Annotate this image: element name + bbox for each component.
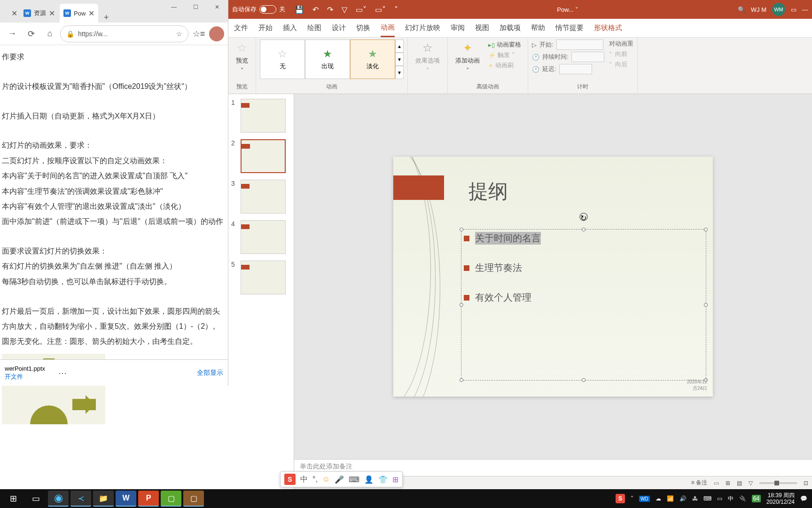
notification-icon[interactable]: 💬: [800, 495, 807, 502]
save-icon[interactable]: 💾: [295, 5, 304, 14]
vscode-app[interactable]: ≺: [70, 491, 91, 507]
animation-pane-button[interactable]: ▸▯动画窗格: [488, 40, 521, 49]
autosave-toggle[interactable]: 自动保存 关: [232, 5, 285, 14]
move-later-button[interactable]: ˅ 向后: [609, 60, 633, 69]
app-green1[interactable]: ▢: [161, 491, 181, 507]
ime-tray-icon[interactable]: ▭: [717, 495, 722, 502]
slide-thumbnail[interactable]: [241, 220, 286, 254]
start-from-beginning-icon[interactable]: ▽: [342, 5, 347, 14]
tab-shape-format[interactable]: 形状格式: [594, 20, 622, 36]
download-item[interactable]: werPoint1.pptx 开文件 ⋯: [5, 365, 67, 381]
tab-draw[interactable]: 绘图: [307, 20, 321, 36]
animation-appear[interactable]: ★ 出现: [305, 40, 350, 79]
notes-button[interactable]: ≡ 备注: [691, 479, 707, 487]
resize-handle[interactable]: [460, 303, 463, 307]
refresh-button[interactable]: ⟳: [23, 25, 39, 42]
tab-home[interactable]: 开始: [258, 20, 273, 36]
show-all-downloads[interactable]: 全部显示: [197, 369, 223, 377]
resize-handle[interactable]: [704, 303, 708, 307]
customize-qat-icon[interactable]: ˅: [394, 5, 398, 14]
minimize-button[interactable]: —: [802, 6, 808, 13]
ime-skin-icon[interactable]: 👕: [378, 475, 388, 484]
slide-title[interactable]: 提纲: [468, 178, 508, 205]
reading-view-icon[interactable]: ▤: [737, 480, 742, 486]
ime-user-icon[interactable]: 👤: [364, 475, 374, 484]
move-earlier-button[interactable]: ˄ 向前: [609, 50, 633, 58]
tab-design[interactable]: 设计: [332, 20, 346, 36]
resize-handle[interactable]: [704, 228, 708, 231]
word-app[interactable]: W: [116, 491, 136, 507]
ime-punct-icon[interactable]: °,: [312, 475, 318, 484]
fit-window-icon[interactable]: ⊡: [804, 480, 808, 486]
zoom-slider[interactable]: [759, 482, 797, 484]
close-icon[interactable]: ✕: [49, 9, 55, 18]
more-icon[interactable]: ⋯: [58, 368, 67, 378]
delay-input[interactable]: [559, 64, 592, 74]
qat-icon[interactable]: ▭˅: [375, 5, 386, 14]
ime-keyboard-icon[interactable]: ⌨: [349, 475, 359, 484]
animation-painter-button[interactable]: ✦动画刷: [488, 61, 521, 70]
powerpoint-app[interactable]: P: [138, 491, 159, 507]
qat-icon[interactable]: ▭˅: [356, 5, 367, 14]
scroll-down-button[interactable]: ▼: [395, 53, 404, 66]
dropdown-icon[interactable]: ˅: [575, 6, 578, 13]
ime-emoji-icon[interactable]: ☺: [322, 475, 330, 484]
open-file-link[interactable]: 开文件: [5, 373, 45, 381]
undo-icon[interactable]: ↶: [312, 5, 319, 14]
ime-floating-bar[interactable]: S 中 °, ☺ 🎤 ⌨ 👤 👕 ⊞: [280, 471, 403, 487]
resize-handle[interactable]: [582, 378, 586, 382]
wifi-icon[interactable]: 📶: [667, 495, 674, 502]
sogou-tray-icon[interactable]: S: [616, 494, 625, 503]
edge-app[interactable]: ◉: [48, 491, 69, 507]
ime-toolbox-icon[interactable]: ⊞: [392, 475, 398, 484]
redo-icon[interactable]: ↷: [327, 5, 333, 14]
battery-badge[interactable]: 64: [752, 495, 761, 502]
maximize-button[interactable]: ☐: [185, 0, 206, 14]
explorer-app[interactable]: 📁: [93, 491, 114, 507]
scroll-up-button[interactable]: ▲: [395, 40, 404, 53]
ribbon-options-icon[interactable]: ▭: [791, 6, 796, 13]
start-button[interactable]: ⊞: [2, 489, 24, 508]
user-avatar[interactable]: WM: [772, 3, 785, 16]
star-icon[interactable]: ☆: [176, 30, 182, 38]
tab-storyboarding[interactable]: 情节提要: [555, 20, 584, 36]
home-button[interactable]: ⌂: [41, 25, 58, 42]
wd-icon[interactable]: WD: [639, 496, 650, 502]
app-green2[interactable]: ▢: [183, 491, 204, 507]
slide-thumbnail[interactable]: [241, 99, 286, 133]
tab-file[interactable]: 文件: [234, 20, 248, 36]
effect-options-button[interactable]: ☆ 效果选项 ˅: [412, 40, 444, 76]
tab-insert[interactable]: 插入: [283, 20, 297, 36]
onedrive-icon[interactable]: ☁: [656, 495, 661, 502]
normal-view-icon[interactable]: ▭: [714, 480, 719, 486]
sogou-icon[interactable]: S: [284, 474, 296, 485]
slide-thumbnail[interactable]: [241, 180, 286, 214]
tab-addins[interactable]: 加载项: [500, 20, 521, 36]
tab-review[interactable]: 审阅: [451, 20, 465, 36]
resize-handle[interactable]: [460, 228, 463, 231]
search-icon[interactable]: 🔍: [738, 6, 745, 13]
power-icon[interactable]: 🔌: [739, 495, 746, 502]
gallery-more-button[interactable]: ▼: [395, 66, 404, 79]
clock[interactable]: 18:39 周四 2020/12/24: [766, 492, 795, 506]
volume-icon[interactable]: 🔊: [679, 495, 687, 502]
network-icon[interactable]: 🖧: [692, 495, 698, 502]
url-input[interactable]: 🔒 https://w... ☆: [60, 25, 188, 42]
duration-input[interactable]: [571, 52, 604, 62]
browser-tab[interactable]: W 资源 ✕: [20, 4, 59, 23]
resize-handle[interactable]: [582, 228, 586, 231]
browser-tab[interactable]: ✕: [5, 4, 19, 23]
favorites-button[interactable]: ☆≡: [190, 25, 207, 42]
start-dropdown[interactable]: [556, 40, 603, 50]
close-icon[interactable]: ✕: [88, 9, 94, 18]
tab-view[interactable]: 视图: [475, 20, 489, 36]
profile-avatar[interactable]: [209, 26, 224, 41]
ime-lang[interactable]: 中: [300, 475, 308, 484]
new-tab-button[interactable]: +: [99, 13, 113, 23]
content-placeholder[interactable]: ↻ 关于时间的名言: [464, 232, 703, 378]
tab-animations[interactable]: 动画: [381, 19, 395, 37]
browser-tab-active[interactable]: W Pow ✕: [60, 4, 98, 23]
tab-slideshow[interactable]: 幻灯片放映: [405, 20, 440, 36]
animation-none[interactable]: ☆ 无: [260, 40, 305, 79]
task-view-button[interactable]: ▭: [24, 489, 47, 508]
